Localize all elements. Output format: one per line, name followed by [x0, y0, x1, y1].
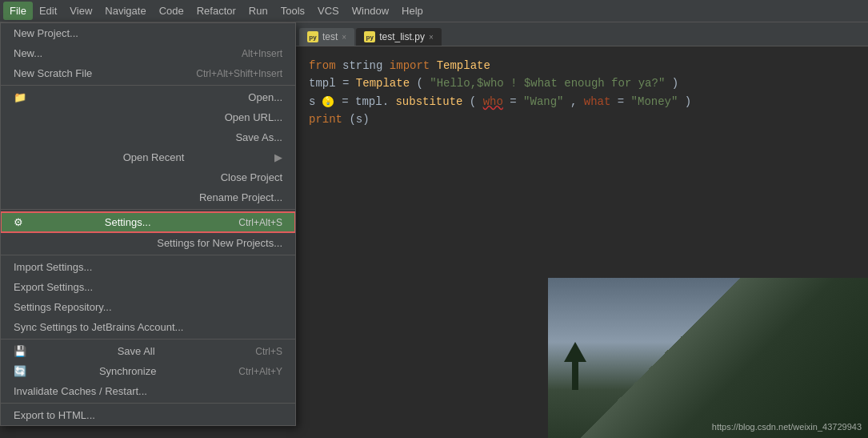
menu-invalidate-caches[interactable]: Invalidate Caches / Restart...: [1, 381, 295, 401]
paren-open-2: (: [470, 95, 476, 108]
test-list-file-icon: py: [364, 31, 375, 42]
str-wang: "Wang": [523, 95, 563, 108]
param-what: what: [584, 95, 611, 108]
submenu-arrow-icon: ▶: [274, 151, 282, 163]
menu-settings-new-projects[interactable]: Settings for New Projects...: [1, 233, 295, 253]
separator-4: [1, 339, 295, 340]
menu-tools[interactable]: Tools: [274, 2, 311, 20]
paren-open: (: [416, 77, 422, 90]
menu-refactor[interactable]: Refactor: [190, 2, 242, 20]
menu-window[interactable]: Window: [346, 2, 395, 20]
tab-test-list-close[interactable]: ×: [429, 33, 434, 42]
file-dropdown: New Project... New... Alt+Insert New Scr…: [0, 22, 296, 426]
menu-sync-settings[interactable]: Sync Settings to JetBrains Account...: [1, 317, 295, 337]
sync-icon: 🔄: [14, 365, 30, 377]
menu-help[interactable]: Help: [395, 2, 430, 20]
var-s: s: [309, 95, 315, 108]
paren-print: (s): [349, 113, 369, 126]
lightbulb-icon: 💡: [322, 96, 334, 107]
menu-new-scratch[interactable]: New Scratch File Ctrl+Alt+Shift+Insert: [1, 63, 295, 83]
separator-1: [1, 85, 295, 86]
editor-tabs: py test × py test_list.py ×: [296, 22, 868, 46]
menu-synchronize[interactable]: 🔄 Synchronize Ctrl+Alt+Y: [1, 361, 295, 381]
menu-edit[interactable]: Edit: [33, 2, 63, 20]
code-line-1: from string import Template: [309, 57, 855, 74]
class-template: Template: [437, 59, 490, 72]
menu-new-project[interactable]: New Project...: [1, 23, 295, 43]
watermark: https://blog.csdn.net/weixin_43729943: [712, 422, 862, 432]
tab-test-close[interactable]: ×: [342, 33, 346, 42]
tab-test-list-label: test_list.py: [379, 31, 425, 42]
separator-2: [1, 209, 295, 210]
func-substitute: substitute: [395, 95, 462, 108]
tab-test-list[interactable]: py test_list.py ×: [356, 28, 442, 46]
str-money: "Money": [631, 95, 678, 108]
menu-open-recent[interactable]: Open Recent ▶: [1, 147, 295, 167]
keyword-import: import: [390, 59, 430, 72]
menu-save-as[interactable]: Save As...: [1, 127, 295, 147]
paren-close-2: ): [685, 95, 691, 108]
menu-settings-repository[interactable]: Settings Repository...: [1, 297, 295, 317]
tab-test-label: test: [322, 31, 338, 42]
code-line-2: tmpl = Template ( "Hello,$who ! $what en…: [309, 74, 855, 92]
menu-export-settings[interactable]: Export Settings...: [1, 277, 295, 297]
separator-5: [1, 403, 295, 404]
menu-file[interactable]: File: [3, 2, 33, 20]
string-hello: "Hello,$who ! $what enough for ya?": [430, 77, 665, 90]
test-file-icon: py: [307, 31, 318, 42]
paren-close: ): [672, 77, 678, 90]
menu-export-html[interactable]: Export to HTML...: [1, 405, 295, 425]
menu-import-settings[interactable]: Import Settings...: [1, 257, 295, 277]
menu-run[interactable]: Run: [242, 2, 274, 20]
param-who: who: [483, 95, 503, 108]
code-line-4: print (s): [309, 111, 855, 128]
separator-3: [1, 255, 295, 255]
menubar: File Edit View Navigate Code Refactor Ru…: [0, 0, 868, 22]
tree-decoration: [572, 358, 578, 390]
menu-open-url[interactable]: Open URL...: [1, 107, 295, 127]
menu-new[interactable]: New... Alt+Insert: [1, 43, 295, 63]
menu-vcs[interactable]: VCS: [311, 2, 346, 20]
background-mountain: [548, 278, 868, 438]
keyword-from: from: [309, 59, 336, 72]
folder-icon: 📁: [14, 91, 30, 103]
keyword-print: print: [309, 113, 342, 126]
gear-icon: ⚙: [14, 216, 30, 228]
menu-rename-project[interactable]: Rename Project...: [1, 187, 295, 207]
menu-settings[interactable]: ⚙ Settings... Ctrl+Alt+S: [1, 211, 295, 233]
var-tmpl: tmpl: [309, 77, 336, 90]
class-template-call: Template: [356, 77, 410, 90]
menu-save-all[interactable]: 💾 Save All Ctrl+S: [1, 341, 295, 361]
menu-navigate[interactable]: Navigate: [98, 2, 152, 20]
save-icon: 💾: [14, 345, 30, 357]
menu-code[interactable]: Code: [153, 2, 190, 20]
menu-close-project[interactable]: Close Project: [1, 167, 295, 187]
menu-view[interactable]: View: [63, 2, 98, 20]
code-line-3: s 💡 = tmpl. substitute ( who = "Wang" , …: [309, 93, 855, 111]
menu-open[interactable]: 📁 Open...: [1, 87, 295, 107]
tab-test[interactable]: py test ×: [299, 28, 354, 46]
